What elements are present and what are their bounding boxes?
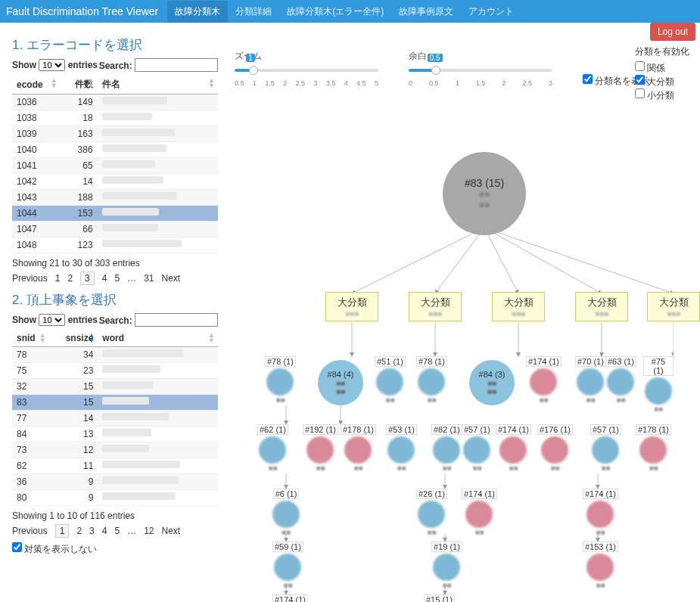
page-link[interactable]: 1 (55, 273, 61, 284)
tree-node[interactable]: #59 (1)■■ (272, 541, 303, 589)
page-link[interactable]: 3 (80, 272, 95, 285)
table-row[interactable]: 3215 (12, 379, 218, 395)
page-link[interactable]: 1 (55, 524, 70, 538)
sort-icon: ▲▼ (51, 78, 58, 88)
brand: Fault Discrimination Tree Viewer (6, 5, 158, 17)
tree-node[interactable]: #82 (1)■■ (431, 424, 462, 472)
enable-relation-checkbox[interactable] (635, 61, 645, 71)
zoom-label: ズーム (235, 50, 378, 63)
tree-node[interactable]: #84 (3)■■■■ (469, 360, 515, 405)
tree-node[interactable]: #178 (1)■■ (636, 424, 671, 472)
search-input-1[interactable] (135, 58, 218, 72)
table-row[interactable]: 1039163 (12, 126, 218, 142)
table-row[interactable]: 1040386 (12, 142, 218, 158)
category-box[interactable]: 大分類■■■ (575, 292, 628, 321)
table-row[interactable]: 7312 (12, 442, 218, 458)
tree-node[interactable]: #153 (1)■■ (583, 541, 618, 589)
tree-node[interactable]: #62 (1)■■ (257, 424, 288, 472)
table-row[interactable]: 1044153 (12, 206, 218, 222)
page-size-select-2[interactable]: 10 (39, 314, 65, 326)
tree-node[interactable]: #192 (1)■■ (303, 424, 338, 472)
tree-node[interactable]: #174 (1)■■ (526, 356, 562, 404)
tree-node[interactable]: #57 (1)■■ (462, 424, 493, 472)
table-row[interactable]: 6211 (12, 458, 218, 474)
table-row[interactable]: 369 (12, 474, 218, 490)
table-row[interactable]: 7834 (12, 347, 218, 363)
tree-node[interactable]: #178 (1)■■ (341, 424, 376, 472)
tree-node[interactable]: #26 (1)■■ (416, 489, 447, 536)
page-link[interactable]: … (127, 273, 136, 284)
page-link[interactable]: Next (161, 526, 180, 536)
page-link[interactable]: … (127, 526, 136, 536)
table-row[interactable]: 8315 (12, 395, 218, 411)
tree-node[interactable]: #84 (4)■■■■ (318, 360, 363, 405)
table-row[interactable]: 104766 (12, 222, 218, 237)
page-link[interactable]: 31 (144, 273, 154, 284)
page-link[interactable]: 5 (114, 273, 120, 284)
tree-node[interactable]: #78 (1)■■ (416, 356, 447, 404)
pager-1: Previous12345…31Next (12, 272, 218, 285)
tree-node[interactable]: #57 (1)■■ (590, 424, 621, 472)
table-row[interactable]: 8413 (12, 427, 218, 442)
root-node[interactable]: #83 (15)■■■■ (443, 152, 526, 235)
tree-viewer[interactable]: #83 (15)■■■■大分類■■■大分類■■■大分類■■■大分類■■■大分類■… (235, 95, 674, 602)
col-count[interactable]: 件数▲▼ (61, 75, 98, 95)
category-box[interactable]: 大分類■■■ (647, 292, 700, 321)
table-row[interactable]: 104165 (12, 158, 218, 174)
tree-node[interactable]: #15 (1)■■ (424, 594, 455, 602)
page-link[interactable]: 4 (102, 526, 107, 536)
tree-node[interactable]: #75 (1)■■ (643, 356, 674, 413)
col-subject[interactable]: 件名▲▼ (98, 75, 218, 95)
enable-major-checkbox[interactable] (635, 75, 645, 85)
tree-node[interactable]: #176 (1)■■ (537, 424, 573, 472)
table-row[interactable]: 1036149 (12, 95, 218, 110)
nav-tree-all[interactable]: 故障分類木(エラー全件) (279, 1, 391, 23)
page-link[interactable]: Previous (12, 526, 48, 536)
tree-node[interactable]: #19 (1)■■ (431, 541, 462, 589)
page-link[interactable]: Previous (12, 273, 48, 284)
svg-line-3 (484, 228, 602, 293)
hide-measures-checkbox[interactable] (12, 542, 22, 552)
category-box[interactable]: 大分類■■■ (409, 292, 462, 321)
tree-node[interactable]: #174 (1)■■ (583, 489, 618, 536)
table-row[interactable]: 809 (12, 490, 218, 506)
page-link[interactable]: 12 (144, 526, 154, 536)
tree-node[interactable]: #78 (1)■■ (265, 356, 296, 404)
page-size-select-1[interactable]: 10 (39, 59, 65, 71)
margin-slider[interactable]: 0.5 (409, 64, 552, 78)
tree-node[interactable]: #6 (1)■■ (272, 489, 300, 536)
tree-node[interactable]: #174 (1)■■ (272, 594, 308, 602)
page-link[interactable]: 3 (89, 526, 95, 536)
col-word[interactable]: word▲▼ (98, 330, 218, 347)
table-row[interactable]: 1043188 (12, 190, 218, 206)
table-row[interactable]: 103818 (12, 110, 218, 126)
nav-detail[interactable]: 分類詳細 (228, 1, 279, 23)
col-snsize[interactable]: snsize▲▼ (49, 330, 98, 347)
table-row[interactable]: 7523 (12, 363, 218, 379)
page-link[interactable]: 2 (76, 526, 82, 536)
category-box[interactable]: 大分類■■■ (492, 292, 545, 321)
show-names-checkbox[interactable] (583, 74, 593, 84)
table-row[interactable]: 104214 (12, 174, 218, 190)
tree-node[interactable]: #51 (1)■■ (375, 356, 406, 404)
col-snid[interactable]: snid▲▼ (12, 330, 49, 347)
tree-node[interactable]: #174 (1)■■ (462, 489, 497, 536)
tree-node[interactable]: #53 (1)■■ (386, 424, 417, 472)
tree-node[interactable]: #70 (1)■■ (575, 356, 606, 404)
nav-tree[interactable]: 故障分類木 (167, 1, 228, 23)
page-link[interactable]: 4 (102, 273, 107, 284)
page-link[interactable]: Next (161, 273, 180, 284)
search-input-2[interactable] (135, 313, 218, 327)
tree-node[interactable]: #174 (1)■■ (496, 424, 531, 472)
nav-cases[interactable]: 故障事例原文 (391, 1, 461, 23)
table-row[interactable]: 7714 (12, 411, 218, 427)
col-ecode[interactable]: ecode▲▼ (12, 75, 61, 95)
page-link[interactable]: 5 (114, 526, 120, 536)
zoom-slider[interactable]: 1 (235, 64, 378, 78)
table-row[interactable]: 1048123 (12, 237, 218, 253)
nav-account[interactable]: アカウント (461, 1, 521, 23)
category-box[interactable]: 大分類■■■ (325, 292, 378, 321)
tree-node[interactable]: #63 (1)■■ (605, 356, 636, 404)
logout-button[interactable]: Log out (650, 23, 695, 41)
page-link[interactable]: 2 (67, 273, 73, 284)
